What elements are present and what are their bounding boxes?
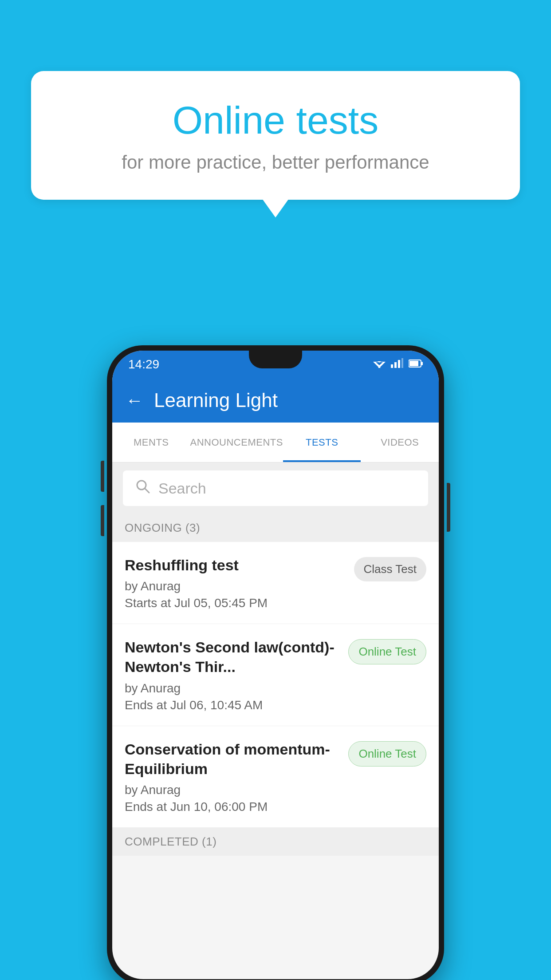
test-author: by Anurag (125, 579, 345, 593)
volume-up-button (101, 461, 104, 492)
test-list: Reshuffling test by Anurag Starts at Jul… (112, 542, 439, 828)
back-button[interactable]: ← (126, 391, 143, 411)
ongoing-label: ONGOING (3) (125, 521, 200, 534)
test-item[interactable]: Reshuffling test by Anurag Starts at Jul… (112, 542, 439, 624)
search-input[interactable]: Search (158, 480, 206, 497)
test-badge-online: Online Test (348, 639, 426, 664)
speech-bubble-container: Online tests for more practice, better p… (31, 71, 520, 200)
completed-section-header: COMPLETED (1) (112, 828, 439, 856)
test-author: by Anurag (125, 681, 339, 695)
app-bar: ← Learning Light (112, 378, 439, 423)
test-title: Newton's Second law(contd)-Newton's Thir… (125, 637, 339, 676)
bubble-subtitle: for more practice, better performance (67, 152, 484, 173)
tab-tests[interactable]: TESTS (283, 423, 361, 462)
test-title: Conservation of momentum-Equilibrium (125, 739, 339, 778)
tab-announcements[interactable]: ANNOUNCEMENTS (190, 423, 283, 462)
test-info: Conservation of momentum-Equilibrium by … (125, 739, 348, 814)
svg-rect-5 (394, 362, 397, 368)
svg-rect-9 (409, 361, 418, 366)
status-time: 14:29 (128, 357, 159, 371)
search-container: Search (112, 462, 439, 514)
svg-line-12 (145, 489, 149, 493)
test-info: Reshuffling test by Anurag Starts at Jul… (125, 555, 354, 610)
test-time: Ends at Jul 06, 10:45 AM (125, 698, 339, 712)
signal-icon (391, 358, 403, 371)
test-item[interactable]: Newton's Second law(contd)-Newton's Thir… (112, 624, 439, 726)
svg-rect-6 (398, 360, 400, 368)
camera-notch (249, 351, 302, 368)
status-icons (373, 358, 423, 371)
volume-down-button (101, 505, 104, 536)
svg-rect-7 (401, 358, 403, 368)
test-badge-class: Class Test (354, 557, 426, 581)
svg-rect-4 (391, 364, 393, 368)
test-time: Ends at Jun 10, 06:00 PM (125, 800, 339, 814)
app-title: Learning Light (154, 389, 278, 411)
test-author: by Anurag (125, 783, 339, 797)
phone-screen: 14:29 (112, 351, 439, 979)
test-title: Reshuffling test (125, 555, 345, 575)
phone-frame: 14:29 (107, 345, 444, 980)
test-badge-online: Online Test (348, 741, 426, 767)
battery-icon (409, 358, 423, 371)
svg-rect-10 (421, 362, 423, 365)
search-icon (135, 479, 150, 498)
tabs-bar: MENTS ANNOUNCEMENTS TESTS VIDEOS (112, 423, 439, 462)
tab-assignments[interactable]: MENTS (112, 423, 190, 462)
ongoing-section-header: ONGOING (3) (112, 514, 439, 542)
power-button (447, 483, 450, 532)
wifi-icon (373, 358, 386, 371)
bubble-title: Online tests (67, 98, 484, 143)
test-time: Starts at Jul 05, 05:45 PM (125, 596, 345, 610)
completed-label: COMPLETED (1) (125, 835, 216, 848)
test-info: Newton's Second law(contd)-Newton's Thir… (125, 637, 348, 712)
speech-bubble: Online tests for more practice, better p… (31, 71, 520, 200)
test-item[interactable]: Conservation of momentum-Equilibrium by … (112, 726, 439, 828)
tab-videos[interactable]: VIDEOS (361, 423, 439, 462)
search-box[interactable]: Search (123, 470, 428, 506)
